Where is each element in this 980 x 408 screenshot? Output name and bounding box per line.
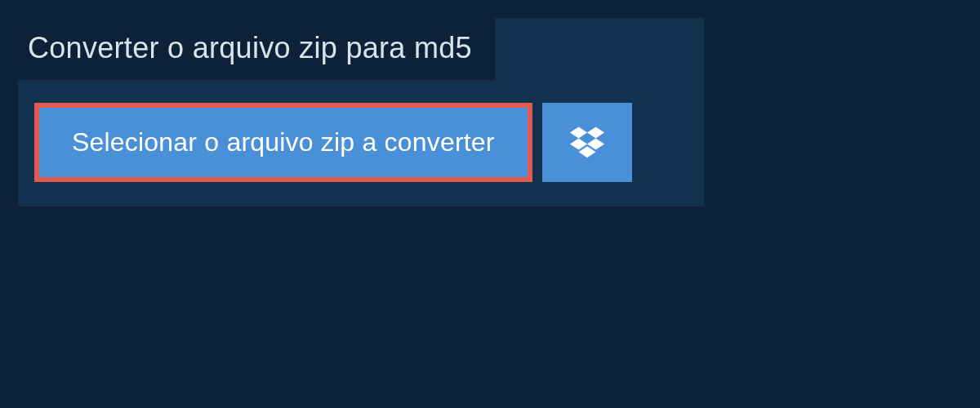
- title-bar: Converter o arquivo zip para md5: [18, 18, 495, 80]
- select-file-highlight: Selecionar o arquivo zip a converter: [34, 103, 532, 182]
- select-file-button[interactable]: Selecionar o arquivo zip a converter: [39, 108, 528, 177]
- page-title: Converter o arquivo zip para md5: [28, 31, 472, 65]
- action-row: Selecionar o arquivo zip a converter: [34, 103, 704, 182]
- dropbox-button[interactable]: [542, 103, 632, 182]
- converter-panel: Converter o arquivo zip para md5 Selecio…: [18, 18, 704, 206]
- dropbox-icon: [570, 124, 604, 161]
- select-file-label: Selecionar o arquivo zip a converter: [72, 127, 495, 157]
